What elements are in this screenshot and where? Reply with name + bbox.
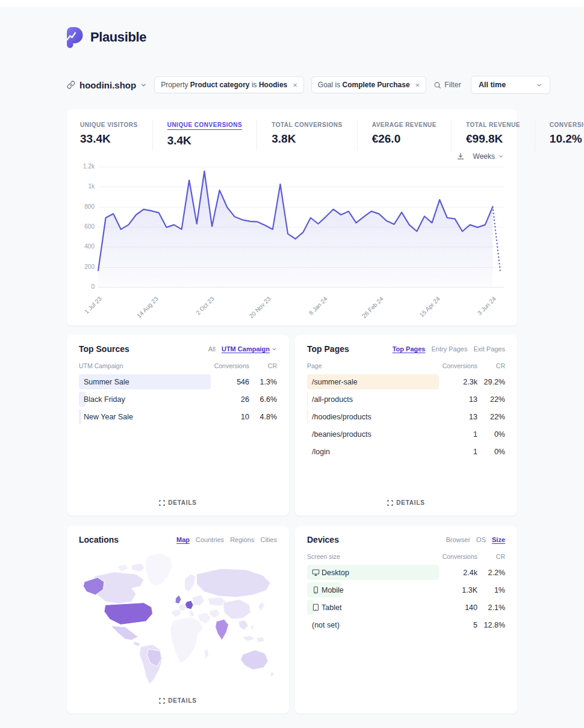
filter-bar: hoodini.shop Property Product category i… xyxy=(67,76,517,94)
row-conversions: 1 xyxy=(439,430,477,439)
stat-unique-conversions[interactable]: UNIQUE CONVERSIONS3.4K xyxy=(152,120,257,151)
row-label: Desktop xyxy=(307,565,439,580)
details-button[interactable]: DETAILS xyxy=(79,492,277,510)
row-label-zone: Summer Sale xyxy=(79,374,211,389)
table-row[interactable]: /summer-sale2.3k29.2% xyxy=(307,374,505,389)
tablet-icon xyxy=(312,603,320,611)
download-icon[interactable] xyxy=(456,152,465,161)
stat-label: TOTAL CONVERSIONS xyxy=(272,122,342,128)
row-cr: 22% xyxy=(477,395,505,404)
tab-os[interactable]: OS xyxy=(476,536,486,543)
row-conversions: 546 xyxy=(211,378,249,386)
row-label: (not set) xyxy=(307,617,439,632)
top-sources-panel: Top Sources AllUTM Campaign UTM Campaign… xyxy=(67,335,289,516)
row-conversions: 2.3k xyxy=(439,378,477,386)
table-row[interactable]: /login10% xyxy=(307,444,505,459)
top-sources-table: Summer Sale5461.3%Black Friday266.6%New … xyxy=(79,372,277,424)
stat-label: UNIQUE CONVERSIONS xyxy=(167,122,243,130)
row-label: Summer Sale xyxy=(79,374,211,389)
details-button[interactable]: DETAILS xyxy=(307,492,505,510)
details-button[interactable]: DETAILS xyxy=(79,690,277,708)
table-row[interactable]: Mobile1.3K1% xyxy=(307,582,505,597)
desktop-icon xyxy=(312,569,320,576)
tab-cities[interactable]: Cities xyxy=(260,536,277,543)
row-cr: 2.1% xyxy=(477,603,505,612)
row-label-zone: New Year Sale xyxy=(79,409,211,424)
site-name: hoodini.shop xyxy=(79,80,136,90)
row-label: /hoodies/products xyxy=(307,409,439,424)
tab-entry-pages[interactable]: Entry Pages xyxy=(431,345,467,353)
search-icon xyxy=(433,81,441,89)
row-cr: 1% xyxy=(477,586,505,594)
close-icon[interactable]: × xyxy=(293,81,297,89)
stat-label: AVERAGE REVENUE xyxy=(372,122,436,128)
link-icon xyxy=(67,81,75,89)
details-label: DETAILS xyxy=(168,697,197,704)
row-label: Black Friday xyxy=(79,392,211,407)
table-row[interactable]: Black Friday266.6% xyxy=(79,392,277,407)
row-conversions: 140 xyxy=(439,603,477,612)
period-value: All time xyxy=(479,81,506,89)
x-axis-label: 2 Oct 23 xyxy=(195,295,216,316)
column-header: CR xyxy=(477,553,505,560)
tab-countries[interactable]: Countries xyxy=(196,536,224,543)
row-conversions: 1 xyxy=(439,448,477,456)
tab-exit-pages[interactable]: Exit Pages xyxy=(473,345,505,353)
devices-panel: Devices BrowserOSSize Screen size Conver… xyxy=(295,526,517,714)
row-label: /login xyxy=(307,444,439,459)
filter-button[interactable]: Filter xyxy=(433,81,461,89)
stat-label: CONVERSION RATE xyxy=(550,122,584,128)
visitors-chart[interactable]: 02004006008001k1.2k xyxy=(80,167,504,287)
tab-map[interactable]: Map xyxy=(176,536,190,543)
tab-browser[interactable]: Browser xyxy=(446,536,470,543)
x-axis-label: 26 Feb 24 xyxy=(361,295,385,319)
filter-pill[interactable]: Goal is Complete Purchase× xyxy=(311,76,426,93)
interval-dropdown[interactable]: Weeks xyxy=(473,152,504,161)
tab-regions[interactable]: Regions xyxy=(230,536,254,543)
row-conversions: 13 xyxy=(439,395,477,404)
dashboard: Plausible hoodini.shop Property Product … xyxy=(0,7,584,728)
table-row[interactable]: /beanies/products10% xyxy=(307,427,505,442)
table-row[interactable]: (not set)512.8% xyxy=(307,617,505,632)
column-header: CR xyxy=(249,362,277,369)
table-row[interactable]: Tablet1402.1% xyxy=(307,600,505,615)
filter-label: Filter xyxy=(444,81,461,89)
column-header: Screen size xyxy=(307,553,439,560)
stat-total-conversions[interactable]: TOTAL CONVERSIONS3.8K xyxy=(256,120,356,151)
table-row[interactable]: New Year Sale104.8% xyxy=(79,409,277,424)
close-icon[interactable]: × xyxy=(415,81,420,89)
tab-top-pages[interactable]: Top Pages xyxy=(393,345,426,353)
tab-utm-campaign[interactable]: UTM Campaign xyxy=(222,345,277,353)
row-label-zone: Tablet xyxy=(307,600,439,615)
table-row[interactable]: /hoodies/products1322% xyxy=(307,409,505,424)
world-map-svg xyxy=(79,550,277,688)
site-selector[interactable]: hoodini.shop xyxy=(67,80,147,90)
row-label-zone: (not set) xyxy=(307,617,439,632)
row-cr: 29.2% xyxy=(477,378,505,386)
row-label-zone: /beanies/products xyxy=(307,427,439,442)
stat-conversion-rate[interactable]: CONVERSION RATE10.2% xyxy=(535,120,584,151)
stat-total-revenue[interactable]: TOTAL REVENUE€99.8K xyxy=(451,120,535,151)
stat-unique-visitors[interactable]: UNIQUE VISITORS33.4K xyxy=(79,120,152,151)
expand-icon xyxy=(159,500,165,506)
row-label-zone: Black Friday xyxy=(79,392,211,407)
table-row[interactable]: /all-products1322% xyxy=(307,392,505,407)
table-row[interactable]: Desktop2.4k2.2% xyxy=(307,565,505,580)
table-row[interactable]: Summer Sale5461.3% xyxy=(79,374,277,389)
period-dropdown[interactable]: All time xyxy=(471,76,550,94)
devices-table: Desktop2.4k2.2%Mobile1.3K1%Tablet1402.1%… xyxy=(307,563,505,632)
tab-size[interactable]: Size xyxy=(492,536,505,543)
stat-average-revenue[interactable]: AVERAGE REVENUE€26.0 xyxy=(357,120,451,151)
panel-title: Top Sources xyxy=(79,344,129,354)
pill-text: Goal is xyxy=(318,81,343,89)
panel-title: Locations xyxy=(79,535,119,544)
world-map[interactable] xyxy=(79,548,277,690)
top-sources-tabs: AllUTM Campaign xyxy=(202,345,277,353)
interval-label: Weeks xyxy=(473,152,495,161)
stat-value: 3.4K xyxy=(167,134,243,147)
plausible-logo: Plausible xyxy=(64,26,517,48)
pill-text: Complete Purchase xyxy=(343,81,410,89)
tab-all[interactable]: All xyxy=(208,345,216,353)
filter-pill[interactable]: Property Product category is Hoodies× xyxy=(154,76,304,93)
x-axis-label: 14 Aug 23 xyxy=(135,295,160,319)
